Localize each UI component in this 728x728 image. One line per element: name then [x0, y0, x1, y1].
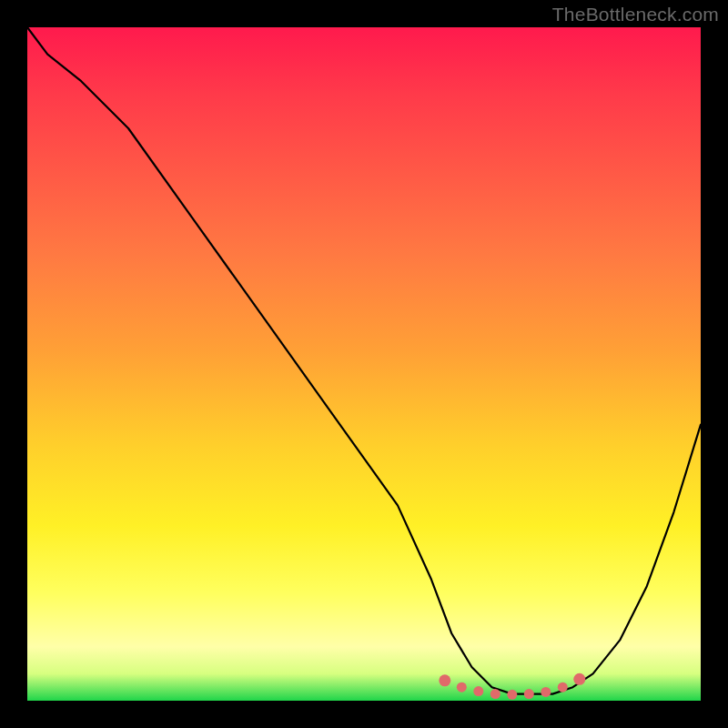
- chart-frame: TheBottleneck.com: [0, 0, 728, 728]
- trough-marker: [439, 674, 450, 686]
- plot-area: [27, 27, 701, 701]
- trough-marker: [507, 690, 517, 700]
- bottleneck-curve: [27, 27, 701, 694]
- trough-marker: [558, 682, 568, 693]
- trough-marker: [473, 686, 483, 696]
- plot-svg: [27, 27, 701, 701]
- trough-marker: [524, 689, 534, 699]
- trough-marker: [457, 682, 467, 693]
- trough-marker: [541, 687, 551, 697]
- trough-marker-group: [439, 673, 585, 700]
- trough-marker: [573, 673, 585, 685]
- trough-marker: [490, 689, 500, 699]
- watermark-text: TheBottleneck.com: [552, 4, 719, 25]
